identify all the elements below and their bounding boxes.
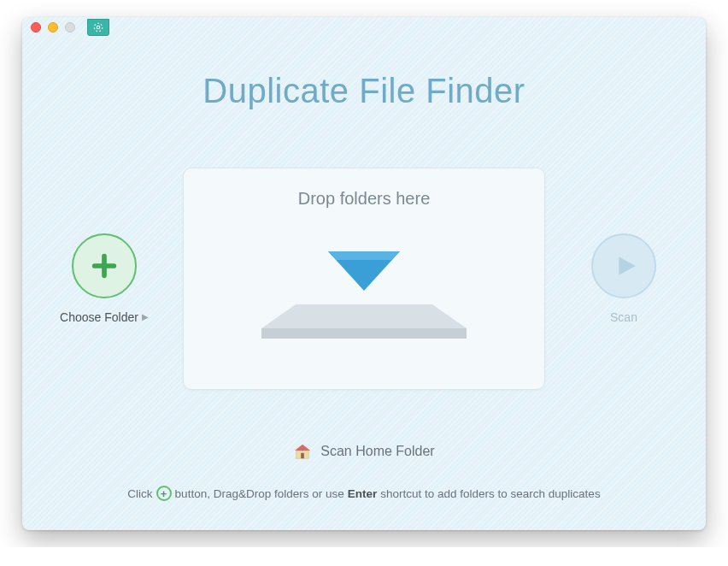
plus-chip-icon: + — [156, 486, 172, 501]
scan-button[interactable] — [591, 233, 656, 298]
arrow-down-icon — [328, 251, 400, 291]
svg-point-1 — [94, 23, 102, 31]
hint-part3: shortcut to add folders to search duplic… — [380, 487, 600, 500]
scan-column: Scan — [572, 233, 675, 324]
titlebar — [22, 17, 706, 38]
svg-rect-11 — [301, 453, 304, 458]
bottom-hint: Click + button, Drag&Drop folders or use… — [22, 486, 706, 501]
plus-icon — [90, 251, 119, 280]
play-icon — [615, 255, 637, 277]
hint-part2: button, Drag&Drop folders or use — [175, 487, 344, 500]
close-window-button[interactable] — [31, 22, 41, 32]
scan-home-folder-button[interactable]: Scan Home Folder — [22, 443, 706, 460]
main-row: Choose Folder ▶ Drop folders here — [22, 131, 706, 426]
choose-folder-text: Choose Folder — [60, 310, 138, 324]
hint-part1: Click — [127, 487, 152, 500]
page-title: Duplicate File Finder — [22, 72, 706, 110]
maximize-window-button[interactable] — [65, 22, 75, 32]
app-window: Duplicate File Finder Choose Folder ▶ Dr… — [22, 17, 706, 530]
choose-folder-column: Choose Folder ▶ — [53, 233, 156, 324]
svg-rect-7 — [261, 328, 467, 339]
platform-icon — [261, 304, 467, 345]
hint-bold: Enter — [348, 487, 378, 500]
svg-marker-6 — [261, 304, 467, 328]
drop-zone[interactable]: Drop folders here — [183, 168, 545, 390]
svg-point-0 — [97, 26, 100, 29]
choose-folder-button[interactable] — [72, 233, 137, 298]
scan-home-folder-label: Scan Home Folder — [320, 444, 434, 459]
choose-folder-label[interactable]: Choose Folder ▶ — [60, 310, 149, 324]
app-settings-icon[interactable] — [87, 19, 109, 36]
home-icon — [293, 443, 312, 460]
drop-zone-hint: Drop folders here — [298, 189, 431, 209]
minimize-window-button[interactable] — [48, 22, 58, 32]
drop-illustration — [261, 251, 467, 345]
svg-rect-12 — [302, 449, 303, 451]
svg-marker-5 — [328, 251, 400, 260]
svg-marker-8 — [619, 256, 636, 275]
scan-label: Scan — [610, 310, 637, 324]
chevron-right-icon: ▶ — [142, 312, 149, 321]
window-controls — [31, 22, 75, 32]
